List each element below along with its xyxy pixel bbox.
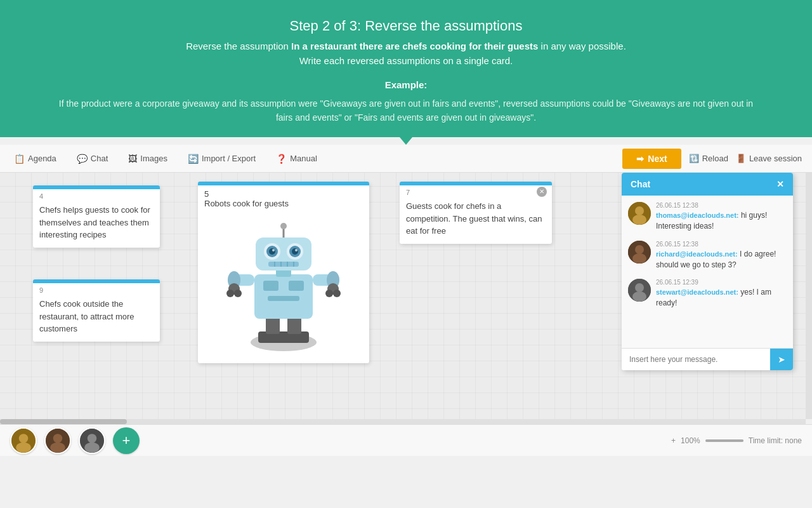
horizontal-scrollbar[interactable]: [0, 419, 806, 424]
chat-msg-2-content: 26.06.15 12:38 richard@ideaclouds.net: I…: [656, 241, 787, 271]
agenda-icon: 📋: [14, 154, 25, 164]
chat-timestamp-2: 26.06.15 12:38: [656, 241, 787, 248]
chat-timestamp-1: 26.06.15 12:38: [656, 202, 787, 209]
svg-point-48: [16, 442, 31, 452]
svg-point-41: [635, 245, 644, 254]
time-limit: Time limit: none: [749, 436, 802, 445]
chat-input[interactable]: [622, 349, 770, 370]
card-9[interactable]: 9 Chefs cook outside the restaurant, to …: [33, 279, 160, 342]
avatar-user-2[interactable]: [44, 427, 71, 454]
svg-point-16: [269, 248, 275, 255]
reload-icon: 🔃: [689, 154, 699, 163]
svg-rect-9: [268, 296, 299, 301]
svg-rect-7: [263, 281, 278, 291]
toolbar-left: 📋 Agenda 💬 Chat 🖼 Images 🔄 Import / Expo…: [10, 151, 622, 166]
svg-point-50: [53, 434, 62, 443]
chat-header: Chat ✕: [622, 173, 793, 196]
svg-point-18: [272, 249, 275, 251]
chat-send-button[interactable]: ➤: [770, 349, 793, 370]
chat-close-button[interactable]: ✕: [776, 179, 784, 189]
svg-point-44: [635, 283, 644, 292]
zoom-bar[interactable]: [705, 439, 743, 442]
next-button[interactable]: ➡ Next: [622, 149, 681, 169]
svg-point-47: [19, 434, 28, 443]
card-5-title: 5Robots cook for guests: [198, 185, 369, 213]
card-7[interactable]: ✕ 7 Guests cook for chefs in a competiti…: [400, 182, 552, 244]
chat-body: 26.06.15 12:38 thomas@ideaclouds.net: hi…: [622, 196, 793, 348]
canvas[interactable]: 4 Chefs helps guests to cook for themsel…: [0, 173, 806, 456]
manual-icon: ❓: [276, 154, 287, 164]
chat-input-row: ➤: [622, 348, 793, 370]
chat-username-3: stewart@ideaclouds.net:: [656, 288, 738, 296]
svg-point-33: [226, 290, 234, 297]
add-participant-icon: +: [122, 432, 131, 449]
card-4-number: 4: [33, 189, 160, 201]
chat-username-1: thomas@ideaclouds.net:: [656, 211, 739, 219]
chat-message-2: 26.06.15 12:38 richard@ideaclouds.net: I…: [628, 241, 787, 271]
card-7-number: 7: [400, 185, 552, 197]
svg-point-45: [632, 291, 646, 302]
chat-message-1: 26.06.15 12:38 thomas@ideaclouds.net: hi…: [628, 202, 787, 232]
example-text: If the product were a corporate giveaway…: [51, 97, 761, 125]
svg-point-35: [325, 290, 333, 297]
chat-text-3: stewart@ideaclouds.net: yes! I am ready!: [656, 287, 787, 309]
svg-point-38: [635, 206, 644, 215]
svg-point-19: [295, 249, 298, 251]
card-5[interactable]: 5Robots cook for guests: [198, 182, 369, 363]
chat-text-1: thomas@ideaclouds.net: hi guys! Interest…: [656, 210, 787, 232]
main-canvas-area: 4 Chefs helps guests to cook for themsel…: [0, 173, 812, 456]
manual-button[interactable]: ❓ Manual: [272, 151, 321, 166]
svg-point-34: [234, 290, 242, 297]
svg-point-39: [632, 215, 646, 225]
agenda-label: Agenda: [28, 154, 56, 163]
header-section: Step 2 of 3: Reverse the assumptions Rev…: [0, 0, 812, 137]
leave-session-button[interactable]: 🚪 Leave session: [736, 154, 802, 163]
card-9-content: Chefs cook outside the restaurant, to at…: [33, 295, 160, 342]
example-label: Example:: [51, 78, 761, 93]
chat-avatar-thomas: [628, 202, 651, 225]
chat-label: Chat: [91, 154, 108, 163]
zoom-plus-icon: +: [671, 436, 676, 445]
chat-button[interactable]: 💬 Chat: [73, 151, 112, 166]
svg-point-17: [292, 248, 298, 255]
add-participant-button[interactable]: +: [113, 427, 140, 454]
svg-point-36: [333, 290, 341, 297]
card-7-content: Guests cook for chefs in a competition. …: [400, 197, 552, 244]
svg-point-54: [84, 442, 100, 452]
vertical-scrollbar[interactable]: [806, 173, 812, 419]
chat-message-3: 26.06.15 12:39 stewart@ideaclouds.net: y…: [628, 279, 787, 309]
svg-point-42: [632, 253, 646, 264]
zoom-info: + 100% Time limit: none: [671, 436, 802, 445]
manual-label: Manual: [290, 154, 317, 163]
leave-icon: 🚪: [736, 154, 746, 163]
card-4-content: Chefs helps guests to cook for themselve…: [33, 201, 160, 248]
avatar-user-3[interactable]: [79, 427, 105, 454]
next-arrow-icon: ➡: [636, 154, 644, 164]
svg-point-53: [88, 434, 96, 443]
horizontal-scrollbar-thumb: [0, 419, 127, 424]
robot-image-container: [198, 213, 369, 363]
card-4[interactable]: 4 Chefs helps guests to cook for themsel…: [33, 185, 160, 248]
svg-rect-20: [268, 262, 299, 267]
leave-session-label: Leave session: [749, 154, 802, 163]
chat-timestamp-3: 26.06.15 12:39: [656, 279, 787, 286]
reload-button[interactable]: 🔃 Reload: [689, 154, 728, 163]
avatar-user-1[interactable]: [10, 427, 37, 454]
svg-point-51: [50, 442, 65, 452]
chat-msg-3-content: 26.06.15 12:39 stewart@ideaclouds.net: y…: [656, 279, 787, 309]
svg-point-26: [280, 223, 287, 229]
step-title: Step 2 of 3: Reverse the assumptions: [51, 18, 761, 34]
next-label: Next: [648, 154, 667, 164]
import-export-label: Import / Export: [202, 154, 256, 163]
images-button[interactable]: 🖼 Images: [124, 151, 171, 166]
chat-avatar-richard: [628, 241, 651, 264]
agenda-button[interactable]: 📋 Agenda: [10, 151, 60, 166]
chat-panel: Chat ✕ 26.06.15 12:38: [622, 173, 793, 370]
chat-avatar-stewart: [628, 279, 651, 302]
images-label: Images: [140, 154, 167, 163]
svg-rect-1: [258, 331, 309, 343]
reload-label: Reload: [702, 154, 728, 163]
chat-text-2: richard@ideaclouds.net: I do agree! shou…: [656, 249, 787, 271]
import-export-button[interactable]: 🔄 Import / Export: [184, 151, 259, 166]
card-9-number: 9: [33, 283, 160, 295]
